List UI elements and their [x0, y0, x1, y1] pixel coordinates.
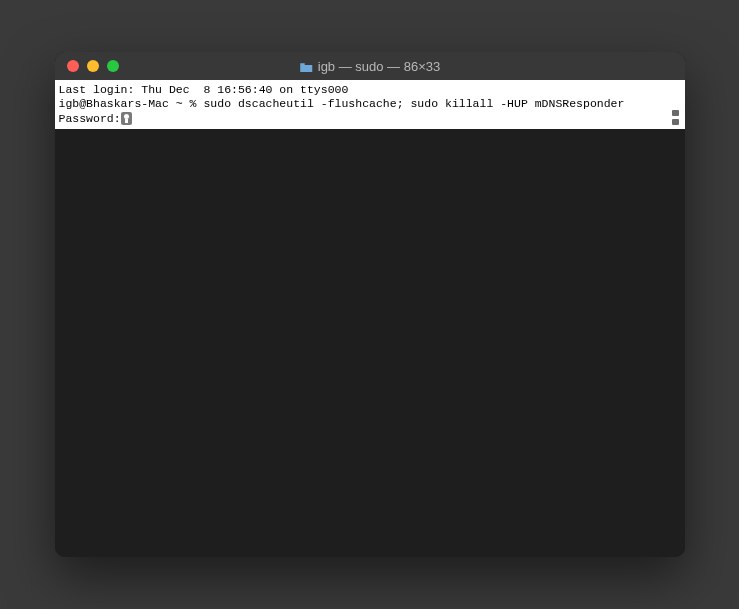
terminal-window: igb — sudo — 86×33 Last login: Thu Dec 8… — [55, 52, 685, 557]
terminal-content: Last login: Thu Dec 8 16:56:40 on ttys00… — [55, 80, 685, 129]
window-title: igb — sudo — 86×33 — [299, 59, 441, 74]
terminal-body[interactable]: Last login: Thu Dec 8 16:56:40 on ttys00… — [55, 80, 685, 557]
key-icon — [121, 112, 132, 125]
scroll-indicator — [672, 110, 679, 116]
command: sudo dscacheutil -flushcache; sudo killa… — [203, 97, 624, 110]
terminal-line-2: igb@Bhaskars-Mac ~ % sudo dscacheutil -f… — [59, 97, 681, 111]
minimize-button[interactable] — [87, 60, 99, 72]
terminal-line-1: Last login: Thu Dec 8 16:56:40 on ttys00… — [59, 83, 681, 97]
terminal-line-3: Password: — [59, 112, 681, 126]
scroll-indicator — [672, 119, 679, 125]
scrollbar[interactable] — [669, 110, 683, 130]
folder-icon — [299, 61, 313, 72]
traffic-lights — [67, 60, 119, 72]
password-label: Password: — [59, 112, 121, 125]
prompt: igb@Bhaskars-Mac ~ % — [59, 97, 204, 110]
maximize-button[interactable] — [107, 60, 119, 72]
close-button[interactable] — [67, 60, 79, 72]
window-title-text: igb — sudo — 86×33 — [318, 59, 441, 74]
titlebar[interactable]: igb — sudo — 86×33 — [55, 52, 685, 80]
